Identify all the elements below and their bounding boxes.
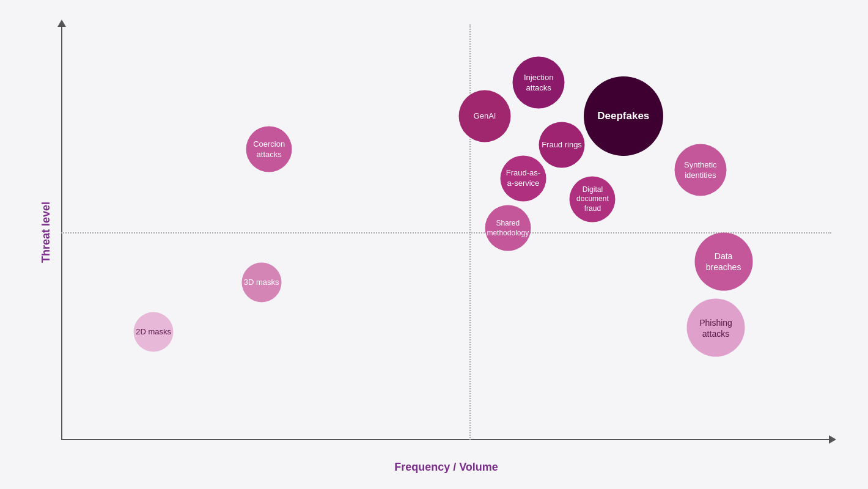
bubble-synthetic-identities: Syntheticidentities bbox=[674, 144, 726, 196]
bubble-genai: GenAI bbox=[459, 90, 511, 142]
x-axis-label: Frequency / Volume bbox=[394, 461, 498, 474]
midline-vertical bbox=[469, 24, 471, 440]
bubble-fraud-as-a-service: Fraud-as-a-service bbox=[501, 155, 546, 201]
bubble-deepfakes: Deepfakes bbox=[584, 76, 663, 156]
y-axis-label: Threat level bbox=[40, 202, 53, 263]
x-axis bbox=[61, 439, 831, 440]
bubble-2d-masks: 2D masks bbox=[134, 312, 174, 352]
bubble-digital-document-fraud: Digitaldocumentfraud bbox=[570, 176, 616, 222]
bubble-3d-masks: 3D masks bbox=[241, 262, 281, 302]
bubble-injection-attacks: Injectionattacks bbox=[513, 57, 565, 109]
bubble-shared-methodology: Sharedmethodology bbox=[485, 205, 531, 251]
bubble-data-breaches: Databreaches bbox=[694, 232, 752, 290]
bubble-coercion-attacks: Coercionattacks bbox=[246, 127, 292, 172]
chart-area: Frequency / Volume Threat level Deepfake… bbox=[61, 24, 831, 440]
bubble-fraud-rings: Fraud rings bbox=[539, 122, 585, 168]
chart-container: Frequency / Volume Threat level Deepfake… bbox=[0, 0, 868, 489]
bubble-phishing-attacks: Phishingattacks bbox=[687, 299, 745, 357]
